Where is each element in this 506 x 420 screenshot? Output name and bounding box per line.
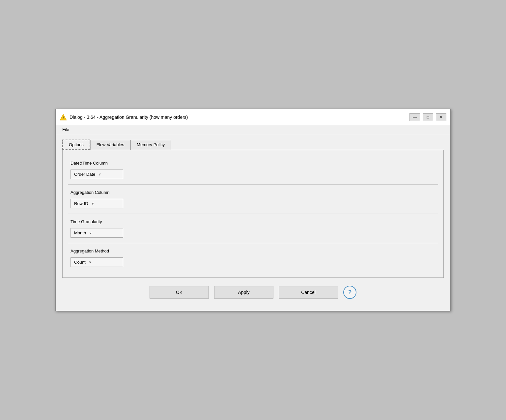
- aggregation-column-dropdown-value: Row ID: [74, 201, 88, 206]
- dialog-window: ! Dialog - 3:64 - Aggregation Granularit…: [55, 109, 451, 311]
- main-content: Options Flow Variables Memory Policy Dat…: [56, 134, 450, 311]
- apply-button[interactable]: Apply: [214, 286, 273, 299]
- title-bar-controls: — □ ✕: [409, 113, 446, 121]
- minimize-button[interactable]: —: [409, 113, 420, 121]
- section-datetime-column: Date&Time Column Order Date ∨: [68, 155, 438, 185]
- title-bar-left: ! Dialog - 3:64 - Aggregation Granularit…: [60, 114, 188, 121]
- ok-button[interactable]: OK: [150, 286, 209, 299]
- close-button[interactable]: ✕: [436, 113, 446, 121]
- section-time-granularity: Time Granularity Month ∨: [68, 214, 438, 243]
- button-row: OK Apply Cancel ?: [62, 278, 444, 305]
- tab-flow-variables[interactable]: Flow Variables: [90, 140, 130, 150]
- menu-file[interactable]: File: [60, 126, 72, 133]
- menu-bar: File: [56, 125, 450, 134]
- tab-content: Date&Time Column Order Date ∨ Aggregatio…: [62, 150, 444, 278]
- time-granularity-dropdown[interactable]: Month ∨: [70, 228, 123, 238]
- title-bar: ! Dialog - 3:64 - Aggregation Granularit…: [56, 109, 450, 125]
- datetime-dropdown[interactable]: Order Date ∨: [70, 170, 123, 179]
- section-aggregation-column: Aggregation Column Row ID ∨: [68, 185, 438, 214]
- aggregation-column-dropdown[interactable]: Row ID ∨: [70, 199, 123, 208]
- maximize-button[interactable]: □: [423, 113, 433, 121]
- tab-memory-policy[interactable]: Memory Policy: [130, 140, 171, 150]
- datetime-dropdown-arrow: ∨: [98, 172, 101, 176]
- time-granularity-dropdown-arrow: ∨: [89, 231, 92, 235]
- tab-options[interactable]: Options: [62, 140, 90, 150]
- aggregation-method-dropdown-value: Count: [74, 260, 86, 265]
- aggregation-column-dropdown-arrow: ∨: [92, 202, 94, 205]
- help-button[interactable]: ?: [343, 286, 356, 299]
- aggregation-column-label: Aggregation Column: [70, 190, 436, 195]
- aggregation-method-dropdown-arrow: ∨: [89, 260, 91, 264]
- options-panel: Date&Time Column Order Date ∨ Aggregatio…: [63, 150, 443, 277]
- warning-icon: !: [60, 114, 67, 121]
- time-granularity-label: Time Granularity: [70, 219, 436, 224]
- datetime-column-label: Date&Time Column: [70, 161, 436, 166]
- aggregation-method-dropdown[interactable]: Count ∨: [70, 257, 123, 267]
- window-title: Dialog - 3:64 - Aggregation Granularity …: [70, 115, 188, 120]
- svg-text:!: !: [63, 116, 64, 120]
- time-granularity-dropdown-value: Month: [74, 230, 86, 235]
- aggregation-method-label: Aggregation Method: [70, 249, 436, 253]
- cancel-button[interactable]: Cancel: [279, 286, 338, 299]
- datetime-dropdown-value: Order Date: [74, 172, 95, 177]
- section-aggregation-method: Aggregation Method Count ∨: [68, 243, 438, 272]
- tabs: Options Flow Variables Memory Policy: [62, 140, 444, 150]
